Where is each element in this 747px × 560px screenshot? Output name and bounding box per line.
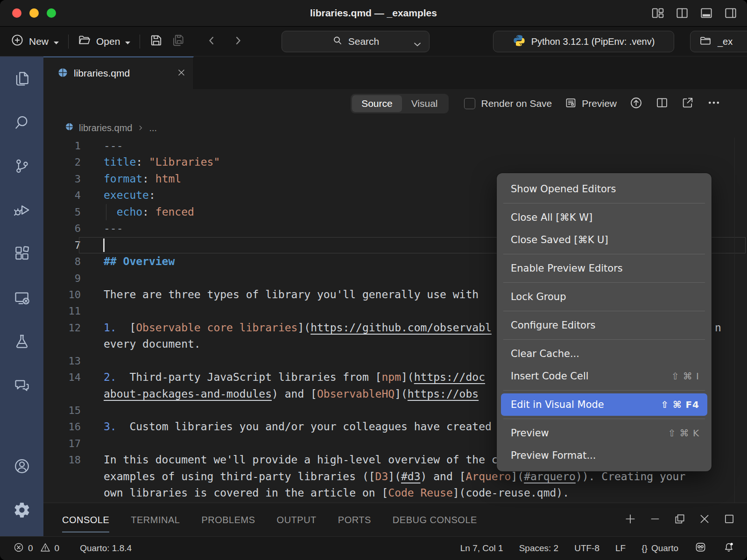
line-number[interactable]: 14 — [43, 369, 81, 385]
chevron-down-icon[interactable] — [413, 38, 422, 49]
panel-tab-problems[interactable]: PROBLEMS — [201, 503, 255, 537]
menu-item[interactable]: Close All [⌘K W] — [497, 206, 712, 229]
code-token: 1. — [104, 322, 117, 334]
account-icon[interactable] — [13, 457, 31, 475]
notifications-bell-icon[interactable] — [723, 541, 735, 556]
panel-restore-icon[interactable] — [674, 513, 686, 527]
line-number[interactable]: 13 — [43, 353, 81, 369]
tab-libraries-qmd[interactable]: libraries.qmd — [43, 56, 194, 89]
panel-tab-debug-console[interactable]: DEBUG CONSOLE — [393, 503, 477, 537]
panel-minimize-icon[interactable] — [649, 513, 661, 527]
panel-tab-output[interactable]: OUTPUT — [277, 503, 317, 537]
menu-item[interactable]: Edit in Visual Mode⇧ ⌘ F4 — [501, 393, 707, 416]
mode-visual-button[interactable]: Visual — [402, 95, 447, 112]
split-editor-icon[interactable] — [655, 96, 669, 111]
encoding-status[interactable]: UTF-8 — [574, 543, 599, 553]
problems-status[interactable]: 0 0 — [13, 542, 59, 555]
line-number[interactable]: 18 — [43, 452, 81, 468]
line-number[interactable]: 6 — [43, 220, 81, 237]
status-bar: 0 0 Quarto: 1.8.4 Ln 7, Col 1 Spaces: 2 … — [0, 536, 747, 560]
explorer-icon[interactable] — [13, 70, 31, 87]
panel-tab-console[interactable]: CONSOLE — [62, 503, 109, 537]
menu-item[interactable]: Configure Editors — [497, 314, 712, 336]
panel-layout-icon[interactable] — [723, 513, 735, 527]
chat-icon[interactable] — [13, 377, 31, 394]
quarto-version-status[interactable]: Quarto: 1.8.4 — [80, 543, 132, 553]
line-number[interactable]: 5 — [43, 204, 81, 220]
preview-button[interactable]: Preview — [564, 97, 617, 111]
cursor-position-status[interactable]: Ln 7, Col 1 — [460, 543, 503, 553]
toggle-panel-icon[interactable] — [699, 6, 713, 20]
interpreter-selector[interactable]: Python 3.12.1 (PipEnv: .venv) — [493, 31, 674, 52]
open-in-new-window-icon[interactable] — [681, 96, 694, 111]
line-number[interactable]: 16 — [43, 419, 81, 435]
menu-item[interactable]: Clear Cache... — [497, 343, 712, 365]
line-number[interactable]: 7 — [43, 237, 81, 253]
toggle-secondary-sidebar-icon[interactable] — [724, 6, 738, 20]
maximize-window-button[interactable] — [47, 8, 56, 18]
back-icon[interactable] — [205, 34, 218, 49]
line-number[interactable]: 10 — [43, 287, 81, 303]
render-arrow-icon[interactable] — [629, 96, 643, 112]
line-number[interactable]: 11 — [43, 303, 81, 319]
line-number[interactable] — [43, 386, 81, 402]
menu-item[interactable]: Preview Format... — [497, 444, 712, 467]
line-number[interactable] — [43, 469, 81, 485]
line-number[interactable]: 1 — [43, 138, 81, 154]
line-number[interactable]: 4 — [43, 187, 81, 203]
indentation-status[interactable]: Spaces: 2 — [519, 543, 559, 553]
search-input[interactable]: Search — [282, 31, 430, 52]
code-row[interactable]: 1--- — [43, 138, 747, 154]
search-placeholder: Search — [348, 36, 380, 47]
breadcrumb-more[interactable]: ... — [149, 123, 157, 133]
language-mode-status[interactable]: {} Quarto — [641, 543, 678, 553]
line-number[interactable]: 3 — [43, 171, 81, 187]
feedback-smiley-icon[interactable] — [694, 541, 707, 556]
close-window-button[interactable] — [12, 8, 21, 18]
line-number[interactable]: 17 — [43, 435, 81, 452]
eol-status[interactable]: LF — [615, 543, 626, 553]
line-number[interactable]: 8 — [43, 253, 81, 270]
open-button[interactable]: Open — [78, 33, 131, 49]
settings-gear-icon[interactable] — [13, 501, 31, 519]
customize-layout-icon[interactable] — [651, 6, 665, 20]
line-number[interactable]: 2 — [43, 154, 81, 170]
close-tab-icon[interactable] — [177, 68, 186, 79]
menu-item[interactable]: Show Opened Editors — [497, 178, 712, 200]
source-control-icon[interactable] — [13, 157, 31, 175]
sessions-icon[interactable] — [13, 289, 31, 307]
menu-item[interactable]: Insert Code Cell⇧ ⌘ I — [497, 365, 712, 387]
menu-item[interactable]: Close Saved [⌘K U] — [497, 229, 712, 251]
new-button[interactable]: New — [10, 33, 59, 49]
panel-plus-icon[interactable] — [624, 513, 636, 527]
mode-source-button[interactable]: Source — [352, 95, 402, 112]
code-row[interactable]: own libraries is covered in the article … — [43, 485, 747, 501]
panel-close-icon[interactable] — [698, 513, 711, 527]
forward-icon[interactable] — [232, 34, 245, 49]
extensions-icon[interactable] — [13, 245, 31, 263]
split-editor-layout-icon[interactable] — [675, 6, 689, 20]
line-number[interactable]: 12 — [43, 320, 81, 336]
line-number[interactable]: 15 — [43, 402, 81, 419]
save-icon[interactable] — [149, 33, 163, 49]
workspace-selector[interactable]: _ex — [690, 31, 747, 52]
panel-tab-terminal[interactable]: TERMINAL — [131, 503, 180, 537]
run-debug-icon[interactable] — [13, 201, 31, 219]
line-number[interactable] — [43, 336, 81, 352]
minimize-window-button[interactable] — [29, 8, 39, 18]
testing-flask-icon[interactable] — [13, 333, 31, 350]
search-icon[interactable] — [13, 113, 31, 131]
menu-item[interactable]: Lock Group — [497, 286, 712, 308]
breadcrumb[interactable]: libraries.qmd ... — [43, 118, 747, 138]
indent-guide — [106, 204, 106, 220]
code-row[interactable]: 2title: "Libraries" — [43, 154, 747, 170]
render-on-save-checkbox[interactable] — [464, 98, 475, 109]
save-all-icon[interactable] — [170, 33, 186, 49]
more-actions-icon[interactable] — [707, 96, 721, 112]
menu-item[interactable]: Preview⇧ ⌘ K — [497, 422, 712, 444]
line-number[interactable]: 9 — [43, 270, 81, 287]
breadcrumb-file[interactable]: libraries.qmd — [79, 123, 132, 133]
menu-item[interactable]: Enable Preview Editors — [497, 257, 712, 280]
panel-tab-ports[interactable]: PORTS — [338, 503, 371, 537]
line-number[interactable] — [43, 485, 81, 501]
